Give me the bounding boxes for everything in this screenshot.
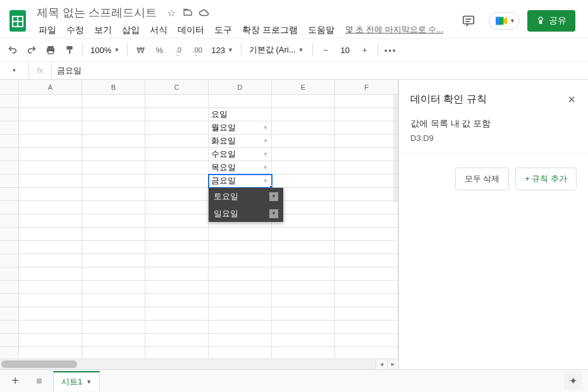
share-button[interactable]: 공유: [527, 10, 575, 32]
cell[interactable]: [272, 334, 335, 347]
cell[interactable]: [209, 281, 272, 294]
menu-extensions[interactable]: 확장 프로그램: [238, 23, 302, 38]
cell[interactable]: [272, 307, 335, 321]
menu-edit[interactable]: 수정: [62, 23, 89, 38]
col-header-f[interactable]: F: [335, 80, 398, 94]
cell[interactable]: [209, 334, 272, 347]
cell[interactable]: [82, 267, 145, 281]
move-icon[interactable]: [182, 7, 193, 18]
row-header[interactable]: [0, 161, 19, 175]
cloud-icon[interactable]: [199, 7, 210, 18]
row-header[interactable]: [0, 254, 19, 267]
col-header-a[interactable]: A: [19, 80, 82, 94]
cell[interactable]: [272, 175, 335, 188]
cell[interactable]: [335, 108, 398, 121]
row-header[interactable]: [0, 307, 19, 321]
cell[interactable]: [19, 281, 82, 294]
horizontal-scrollbar[interactable]: [0, 358, 376, 369]
row-header[interactable]: [0, 267, 19, 281]
cell[interactable]: [19, 307, 82, 321]
cell[interactable]: [209, 228, 272, 241]
cell[interactable]: [145, 121, 209, 135]
cell[interactable]: [19, 148, 82, 161]
dropdown-arrow-icon[interactable]: ▼: [261, 163, 270, 172]
cell[interactable]: [209, 95, 272, 108]
cell[interactable]: [272, 108, 335, 121]
cell[interactable]: [82, 148, 145, 161]
cell[interactable]: [82, 188, 145, 201]
cell[interactable]: [209, 254, 272, 267]
row-header[interactable]: [0, 108, 19, 121]
cell[interactable]: [335, 95, 398, 108]
dropdown-arrow-icon[interactable]: ▼: [261, 176, 270, 185]
cell[interactable]: [272, 321, 335, 334]
cell[interactable]: [145, 161, 209, 175]
cell[interactable]: [82, 294, 145, 307]
cell[interactable]: 목요일▼: [209, 161, 272, 175]
cell[interactable]: 수요일▼: [209, 148, 272, 161]
scroll-right-button[interactable]: ►: [387, 359, 398, 369]
percent-button[interactable]: %: [150, 41, 168, 59]
cell[interactable]: [145, 175, 209, 188]
row-header[interactable]: [0, 121, 19, 135]
cell[interactable]: [145, 334, 209, 347]
cell[interactable]: [335, 334, 398, 347]
col-header-b[interactable]: B: [82, 80, 145, 94]
menu-insert[interactable]: 삽입: [118, 23, 144, 38]
doc-title[interactable]: 제목 없는 스프레드시트: [33, 4, 161, 21]
cell[interactable]: [209, 294, 272, 307]
cell[interactable]: [272, 281, 335, 294]
cell[interactable]: [145, 201, 209, 214]
cell[interactable]: [335, 267, 398, 281]
row-header[interactable]: [0, 95, 19, 108]
cell[interactable]: [272, 267, 335, 281]
all-sheets-button[interactable]: ≡: [29, 372, 49, 391]
zoom-dropdown[interactable]: 100%▼: [87, 41, 123, 59]
cell[interactable]: [209, 321, 272, 334]
cell[interactable]: [19, 161, 82, 175]
dropdown-option[interactable]: 일요일▼: [209, 205, 283, 222]
delete-all-button[interactable]: 모두 삭제: [455, 168, 510, 190]
cell[interactable]: [209, 347, 272, 358]
comments-icon[interactable]: [456, 8, 481, 34]
cell[interactable]: [19, 347, 82, 358]
cell[interactable]: [335, 307, 398, 321]
cell[interactable]: [145, 135, 209, 148]
add-sheet-button[interactable]: +: [5, 372, 25, 391]
cell[interactable]: [335, 254, 398, 267]
cell[interactable]: [335, 347, 398, 358]
col-header-c[interactable]: C: [145, 80, 209, 94]
cell[interactable]: [145, 241, 209, 254]
cell[interactable]: [19, 135, 82, 148]
cell[interactable]: [145, 148, 209, 161]
dropdown-arrow-icon[interactable]: ▼: [261, 150, 270, 159]
cell[interactable]: [335, 175, 398, 188]
font-size-decrease[interactable]: −: [317, 41, 334, 59]
row-header[interactable]: [0, 188, 19, 201]
cell[interactable]: [145, 281, 209, 294]
row-header[interactable]: [0, 347, 19, 358]
close-icon[interactable]: ×: [565, 90, 578, 109]
cell[interactable]: [209, 307, 272, 321]
cell[interactable]: [19, 294, 82, 307]
cell[interactable]: [19, 188, 82, 201]
cell[interactable]: 금요일▼토요일▼일요일▼: [209, 175, 272, 188]
add-rule-button[interactable]: 규칙 추가: [515, 168, 577, 190]
cell[interactable]: [272, 347, 335, 358]
sheet-tab-1[interactable]: 시트1 ▼: [53, 371, 100, 391]
menu-tools[interactable]: 도구: [210, 23, 236, 38]
validation-rule-item[interactable]: 값에 목록 내 값 포함 D3:D9: [399, 114, 588, 154]
explore-button[interactable]: ✦: [564, 372, 582, 389]
cell[interactable]: [82, 347, 145, 358]
last-edit-link[interactable]: 몇 초 전에 마지막으로 수...: [345, 24, 443, 35]
cell[interactable]: [82, 321, 145, 334]
cell[interactable]: [82, 108, 145, 121]
row-header[interactable]: [0, 201, 19, 214]
menu-data[interactable]: 데이터: [173, 23, 209, 38]
row-header[interactable]: [0, 281, 19, 294]
currency-button[interactable]: ₩: [132, 41, 149, 59]
more-formats-dropdown[interactable]: 123▼: [207, 41, 237, 59]
cell[interactable]: [19, 108, 82, 121]
row-header[interactable]: [0, 175, 19, 188]
row-header[interactable]: [0, 214, 19, 228]
